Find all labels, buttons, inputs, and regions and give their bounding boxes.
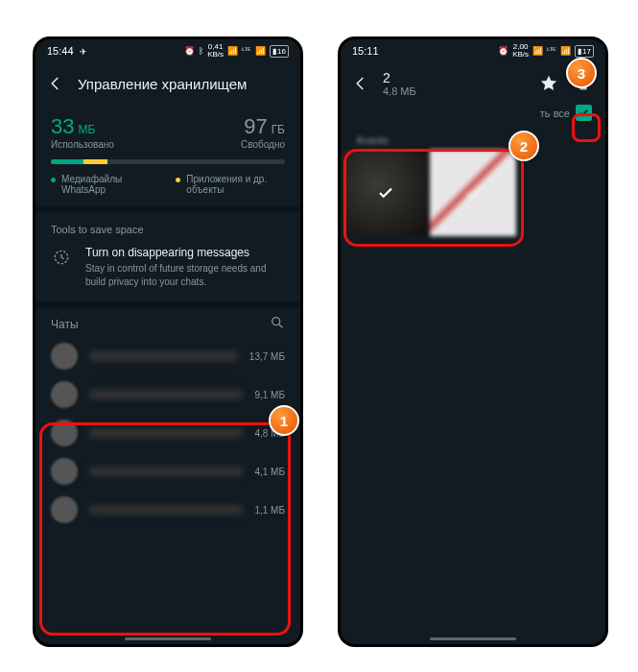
status-bar: 15:44 ✈ ⏰ ᛒ 0,41 KB/s 📶 ᴸᵀᴱ 📶 ▮16 <box>35 39 300 62</box>
select-all-label: ть все <box>540 108 570 119</box>
storage-used-label: Использовано <box>51 139 114 150</box>
home-indicator <box>125 637 211 640</box>
selection-header: 2 4,8 МБ <box>341 62 605 105</box>
tool-title: Turn on disappearing messages <box>85 245 285 260</box>
legend-dot-apps <box>176 178 180 182</box>
chat-size: 4,8 МБ <box>254 428 285 439</box>
alarm-icon: ⏰ <box>498 46 508 56</box>
storage-summary: 33 МБ Использовано 97 ГБ Свободно <box>35 105 300 157</box>
chat-row[interactable]: 1,1 МБ <box>35 491 300 529</box>
storage-bar <box>51 159 285 164</box>
avatar <box>51 496 78 523</box>
signal-icon: 📶 <box>560 46 571 56</box>
search-icon[interactable] <box>270 315 285 333</box>
page-title: Управление хранилищем <box>78 76 247 92</box>
chat-size: 4,1 МБ <box>254 467 285 477</box>
media-thumbnail-selected[interactable] <box>430 150 516 236</box>
chat-row[interactable]: 9,1 МБ <box>35 375 300 414</box>
select-all-checkbox[interactable] <box>576 105 592 121</box>
delete-icon[interactable] <box>573 73 594 94</box>
phone-storage-management: 15:44 ✈ ⏰ ᛒ 0,41 KB/s 📶 ᴸᵀᴱ 📶 ▮16 Управл… <box>33 36 303 647</box>
legend-apps: Приложения и др. объекты <box>186 174 285 195</box>
storage-free-unit: ГБ <box>272 123 285 136</box>
star-icon[interactable] <box>538 73 559 94</box>
net-unit: KB/s <box>207 51 224 59</box>
storage-bar-apps <box>83 159 106 164</box>
media-thumbnail-selected[interactable] <box>343 150 429 236</box>
phone-selection-mode: 15:11 ⏰ 2,00 KB/s 📶 ᴸᵀᴱ 📶 ▮17 2 4,8 МБ <box>338 36 608 647</box>
app-header: Управление хранилищем <box>35 62 300 105</box>
alarm-icon: ⏰ <box>184 46 195 56</box>
disappearing-messages-row[interactable]: Turn on disappearing messages Stay in co… <box>35 243 300 301</box>
storage-legend: Медиафайлы WhatsApp Приложения и др. объ… <box>35 174 300 206</box>
chat-name-blurred <box>89 467 243 476</box>
media-grid <box>341 150 605 236</box>
chat-row[interactable]: 4,8 МБ <box>35 414 300 452</box>
chat-size: 13,7 МБ <box>249 351 285 362</box>
svg-point-1 <box>272 318 280 325</box>
lte-icon: ᴸᵀᴱ <box>547 46 556 56</box>
chats-header: Чаты <box>35 307 300 337</box>
chat-name-blurred <box>89 505 243 515</box>
telegram-icon: ✈ <box>80 47 87 57</box>
avatar <box>51 381 78 408</box>
bluetooth-icon: ᛒ <box>199 46 203 56</box>
storage-used-value: 33 <box>51 114 74 139</box>
battery-indicator: ▮16 <box>270 45 289 58</box>
tool-subtitle: Stay in control of future storage needs … <box>85 262 285 288</box>
section-label-blurred: Avante <box>341 127 605 150</box>
chat-size: 9,1 МБ <box>254 390 285 400</box>
status-bar: 15:11 ⏰ 2,00 KB/s 📶 ᴸᵀᴱ 📶 ▮17 <box>341 39 605 62</box>
timer-icon <box>51 247 72 268</box>
chat-row[interactable]: 13,7 МБ <box>35 337 300 375</box>
tools-section-title: Tools to save space <box>35 212 300 243</box>
selection-size: 4,8 МБ <box>383 85 416 97</box>
avatar <box>51 343 78 370</box>
chat-name-blurred <box>89 351 238 361</box>
storage-free-label: Свободно <box>241 139 285 150</box>
net-unit: KB/s <box>512 51 529 59</box>
chat-size: 1,1 МБ <box>254 505 285 516</box>
chat-name-blurred <box>89 390 243 399</box>
signal-icon: 📶 <box>255 46 266 56</box>
avatar <box>51 420 78 446</box>
select-all-row[interactable]: ть все <box>341 105 605 127</box>
avatar <box>51 458 78 485</box>
legend-media: Медиафайлы WhatsApp <box>61 174 149 195</box>
chats-title: Чаты <box>51 318 79 331</box>
signal-icon: 📶 <box>227 46 238 56</box>
back-icon[interactable] <box>352 75 369 92</box>
lte-icon: ᴸᵀᴱ <box>242 46 251 56</box>
status-time: 15:11 <box>352 45 379 57</box>
storage-used-unit: МБ <box>78 123 95 136</box>
selection-count: 2 <box>383 70 416 85</box>
chat-name-blurred <box>89 428 243 438</box>
back-icon[interactable] <box>47 75 64 92</box>
storage-free-value: 97 <box>244 114 267 139</box>
status-time: 15:44 <box>47 45 74 57</box>
signal-icon: 📶 <box>532 46 543 56</box>
chat-row[interactable]: 4,1 МБ <box>35 452 300 491</box>
home-indicator <box>430 637 516 640</box>
battery-indicator: ▮17 <box>575 45 594 58</box>
chat-list: 13,7 МБ 9,1 МБ 4,8 МБ 4,1 МБ 1,1 МБ <box>35 337 300 529</box>
storage-bar-media <box>51 159 83 164</box>
legend-dot-media <box>51 178 56 182</box>
